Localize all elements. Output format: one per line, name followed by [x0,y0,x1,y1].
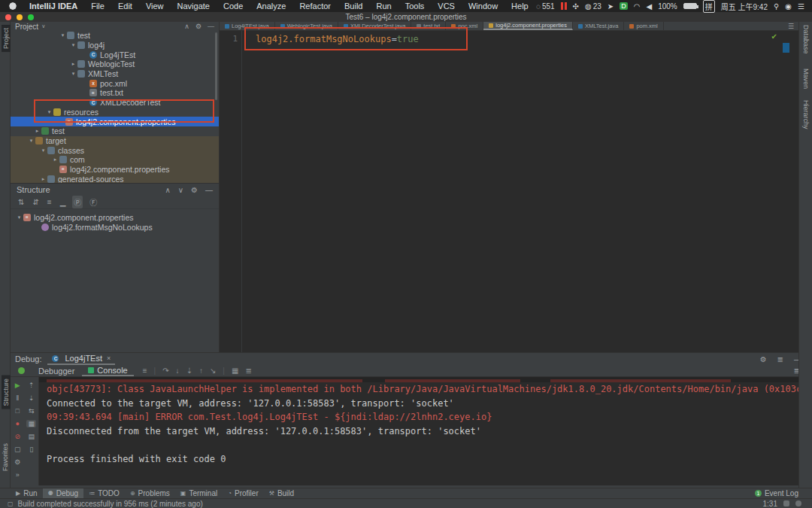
structure-row-property[interactable]: log4j2.formatMsgNoLookups [11,223,219,233]
indent-icon[interactable] [783,500,789,506]
fan-icon[interactable]: ✣ [573,2,579,11]
toolbutton-structure[interactable]: Structure [2,376,11,409]
mute-breakpoints-icon[interactable]: ⊘ [14,433,20,440]
plane-icon[interactable]: ➤ [607,2,614,11]
menu-vcs[interactable]: VCS [431,2,462,11]
caret-position[interactable]: 1:31 [763,500,777,508]
menu-tools[interactable]: Tools [398,2,432,11]
menu-file[interactable]: File [84,2,111,11]
wifi-icon[interactable]: ◠ [634,2,641,11]
menu-run[interactable]: Run [369,2,398,11]
tree-row[interactable]: ▸test [11,126,219,136]
settings-icon[interactable]: ⚙ [760,355,767,364]
collapse-all-icon[interactable]: ∨ [178,186,183,194]
tree-row[interactable]: poc.xml [11,78,219,88]
toolbutton-todo[interactable]: ≔TODO [83,488,125,498]
chat-icon[interactable]: ◌551 [536,2,555,11]
pause-icon[interactable] [561,2,567,10]
step-over-icon[interactable]: ↷ [162,367,168,375]
restore-layout-icon[interactable]: ▢ [14,446,21,453]
trash-icon[interactable]: ▯ [29,446,33,453]
editor[interactable]: 1 log4j2.formatMsgNoLookups=true ✔ [220,31,798,352]
force-step-into-icon[interactable]: ⇣ [186,367,192,375]
tree-row[interactable]: ▾test [11,31,219,41]
tree-row[interactable]: ▾classes [11,145,219,155]
hide-panel-icon[interactable]: — [208,23,214,30]
chevron-down-icon[interactable]: ∨ [41,23,45,29]
tree-row[interactable]: Log4jTEst [11,50,219,59]
more-icon[interactable]: » [16,471,20,479]
toolbutton-terminal[interactable]: ▣Terminal [175,488,223,498]
spotlight-icon[interactable]: ⚲ [774,2,779,11]
editor-tab[interactable]: poc.xml [446,22,483,30]
show-properties-icon[interactable]: Ⓟ [72,196,83,208]
settings-gear-icon[interactable]: ⚙ [14,458,20,466]
editor-tab[interactable]: XMLTest.java [573,22,624,30]
step-into-icon[interactable]: ↓ [176,367,180,375]
menu-build[interactable]: Build [338,2,369,11]
console-settings-icon[interactable]: ≣ [245,367,251,375]
expand-all-icon[interactable]: ∧ [165,186,170,194]
threads-icon[interactable]: ⇆ [29,407,35,415]
variables-icon[interactable]: ▦ [26,420,36,427]
menu-code[interactable]: Code [217,2,250,11]
menu-help[interactable]: Help [504,2,535,11]
structure-row-file[interactable]: ▾log4j2.component.properties [11,212,219,223]
collapse-all-icon[interactable]: ∧ [184,23,189,30]
rerun-icon[interactable]: ▶ [15,382,20,389]
apple-menu-icon[interactable] [9,2,17,10]
toolbutton-maven[interactable]: Maven [802,68,810,89]
tree-row[interactable]: ▾XMLTest [11,69,219,79]
settings-icon[interactable]: ⚙ [191,186,198,194]
debug-session-tab[interactable]: Log4jTEst× [47,353,115,365]
menu-refactor[interactable]: Refactor [292,2,338,11]
editor-tab[interactable]: Log4jTEst.java [220,22,275,30]
step-out-icon[interactable]: ↑ [199,367,203,375]
print-icon[interactable]: ▤ [28,433,35,440]
pause-icon[interactable]: □ [16,407,20,415]
underscore-icon[interactable]: ▁ [59,197,68,207]
menu-edit[interactable]: Edit [111,2,139,11]
tab-list-icon[interactable]: ☰ [783,22,798,30]
notification-center-icon[interactable]: ☰ [798,2,804,11]
stop-icon[interactable]: ● [16,420,20,427]
code-line[interactable]: log4j2.formatMsgNoLookups=true [256,34,419,44]
sort-visibility-icon[interactable]: ⇵ [31,197,40,207]
resume-icon[interactable]: ‖ [16,394,19,402]
menu-window[interactable]: Window [462,2,504,11]
tab-debugger[interactable]: Debugger [32,365,80,376]
menu-clock[interactable]: 周五 上午9:42 [721,1,768,12]
menu-view[interactable]: View [139,2,171,11]
tab-console[interactable]: Console [82,365,133,376]
close-icon[interactable]: × [107,354,111,362]
settings-icon[interactable]: ⚙ [195,23,201,30]
docker-icon[interactable]: D [620,2,628,10]
editor-tab-selected[interactable]: log4j2.component.properties [483,22,573,30]
tree-row-resources[interactable]: ▾resources [11,108,219,117]
wechat-icon[interactable]: ◍ 23 [585,2,601,11]
tree-row[interactable]: ▸WeblogicTest [11,59,219,69]
tree-row[interactable]: ▾log4j [11,41,219,50]
siri-icon[interactable]: ◉ [785,2,792,11]
toolbutton-database[interactable]: Database [802,25,810,54]
run-to-cursor-icon[interactable]: ↘ [210,367,216,375]
evaluate-expression-icon[interactable]: ▦ [232,367,238,375]
toolbutton-hierarchy[interactable]: Hierarchy [802,100,810,129]
menu-analyze[interactable]: Analyze [250,2,292,11]
menu-intellij-idea[interactable]: IntelliJ IDEA [23,2,84,11]
tree-row[interactable]: ▸com [11,155,219,165]
tree-row[interactable]: ▸generated-sources [11,174,219,183]
editor-tab[interactable]: WeblogicTest.java [275,22,338,30]
toolbutton-profiler[interactable]: ◔Profiler [223,488,264,498]
tree-row[interactable]: log4j2.component.properties [11,165,219,175]
toolbutton-favorites[interactable]: Favorites [2,443,9,471]
toolbutton-debug[interactable]: ⚉Debug [43,488,84,498]
status-message[interactable]: Build completed successfully in 956 ms (… [18,500,203,508]
hide-panel-icon[interactable]: — [205,186,213,194]
tree-row[interactable]: test.txt [11,88,219,98]
tree-row-selected[interactable]: log4j2.component.properties [11,117,219,126]
menu-navigate[interactable]: Navigate [171,2,217,11]
status-icon[interactable]: ▢ [8,500,14,507]
input-method-icon[interactable]: 拼 [703,0,715,13]
show-fields-icon[interactable]: Ⓕ [88,196,98,208]
